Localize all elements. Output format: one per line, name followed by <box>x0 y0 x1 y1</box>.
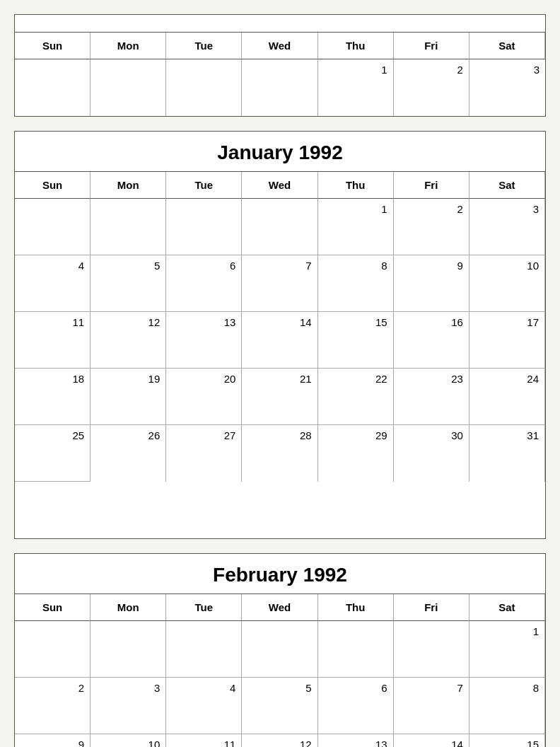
day-cell: 20 <box>166 369 242 425</box>
header-sun: Sun <box>15 33 91 59</box>
day-cell: 19 <box>91 369 166 425</box>
header-sat: Sat <box>469 33 545 59</box>
day-cell: 12 <box>91 312 166 369</box>
calendar-grid: SunMonTueWedThuFriSat1234567891011121314… <box>15 594 545 747</box>
day-cell: 8 <box>469 678 545 734</box>
day-cell <box>242 59 317 116</box>
day-cell: 3 <box>469 59 545 116</box>
day-cell: 7 <box>394 678 469 734</box>
day-cell: 6 <box>166 255 242 312</box>
day-cell: 6 <box>318 678 394 734</box>
calendar-title: January 1992 <box>15 132 545 172</box>
day-header: Thu <box>318 594 394 621</box>
day-header: Sun <box>15 172 91 199</box>
day-cell: 13 <box>318 734 394 747</box>
day-cell: 12 <box>242 734 317 747</box>
day-header: Mon <box>91 172 166 199</box>
day-cell <box>166 199 242 255</box>
day-cell: 31 <box>469 425 545 482</box>
day-cell: 5 <box>242 678 317 734</box>
day-cell: 11 <box>15 312 91 369</box>
day-cell: 13 <box>166 312 242 369</box>
day-header: Fri <box>394 594 469 621</box>
calendar-title: February 1992 <box>15 554 545 594</box>
day-cell: 15 <box>469 734 545 747</box>
day-cell <box>15 621 91 678</box>
day-cell: 23 <box>394 369 469 425</box>
day-cell: 5 <box>91 255 166 312</box>
day-header: Sun <box>15 594 91 621</box>
day-header: Tue <box>166 594 242 621</box>
day-cell: 11 <box>166 734 242 747</box>
day-cell: 7 <box>242 255 317 312</box>
day-cell: 29 <box>318 425 394 482</box>
day-cell: 3 <box>469 199 545 255</box>
day-cell <box>91 621 166 678</box>
day-cell: 1 <box>318 199 394 255</box>
day-cell: 28 <box>242 425 317 482</box>
day-cell <box>242 199 317 255</box>
day-cell: 1 <box>469 621 545 678</box>
day-cell: 8 <box>318 255 394 312</box>
day-cell: 1 <box>318 59 394 116</box>
day-cell <box>242 621 317 678</box>
header-mon: Mon <box>91 33 166 59</box>
day-cell <box>15 482 91 538</box>
january-grid: Sun Mon Tue Wed Thu Fri Sat 1 2 3 <box>15 33 545 116</box>
day-cell: 26 <box>91 425 166 482</box>
day-cell: 16 <box>394 312 469 369</box>
day-cell: 30 <box>394 425 469 482</box>
day-cell: 18 <box>15 369 91 425</box>
day-cell <box>318 621 394 678</box>
header-wed: Wed <box>242 33 317 59</box>
header-fri: Fri <box>394 33 469 59</box>
february-calendar: February 1992SunMonTueWedThuFriSat123456… <box>14 553 546 747</box>
day-cell <box>166 621 242 678</box>
day-header: Thu <box>318 172 394 199</box>
day-cell: 9 <box>15 734 91 747</box>
day-cell: 21 <box>242 369 317 425</box>
day-cell: 15 <box>318 312 394 369</box>
day-header: Wed <box>242 594 317 621</box>
day-cell: 2 <box>394 199 469 255</box>
day-header: Tue <box>166 172 242 199</box>
day-cell: 2 <box>394 59 469 116</box>
day-cell <box>15 199 91 255</box>
calendar-grid: SunMonTueWedThuFriSat1234567891011121314… <box>15 172 545 538</box>
day-cell: 2 <box>15 678 91 734</box>
day-cell: 24 <box>469 369 545 425</box>
day-cell: 14 <box>394 734 469 747</box>
day-cell: 4 <box>166 678 242 734</box>
january-title <box>15 15 545 33</box>
day-cell: 9 <box>394 255 469 312</box>
day-header: Mon <box>91 594 166 621</box>
day-cell: 10 <box>91 734 166 747</box>
day-cell: 25 <box>15 425 91 482</box>
header-thu: Thu <box>318 33 394 59</box>
day-cell: 10 <box>469 255 545 312</box>
day-cell: 4 <box>15 255 91 312</box>
day-cell: 27 <box>166 425 242 482</box>
day-cell <box>394 621 469 678</box>
day-header: Sat <box>469 172 545 199</box>
day-header: Fri <box>394 172 469 199</box>
day-cell <box>91 59 166 116</box>
january-calendar: January 1992SunMonTueWedThuFriSat1234567… <box>14 131 546 539</box>
day-cell: 3 <box>91 678 166 734</box>
day-cell: 14 <box>242 312 317 369</box>
january-calendar: Sun Mon Tue Wed Thu Fri Sat 1 2 3 <box>14 14 546 117</box>
day-cell <box>91 199 166 255</box>
day-cell: 17 <box>469 312 545 369</box>
header-tue: Tue <box>166 33 242 59</box>
day-cell <box>166 59 242 116</box>
day-cell <box>15 59 91 116</box>
day-header: Wed <box>242 172 317 199</box>
day-header: Sat <box>469 594 545 621</box>
day-cell: 22 <box>318 369 394 425</box>
